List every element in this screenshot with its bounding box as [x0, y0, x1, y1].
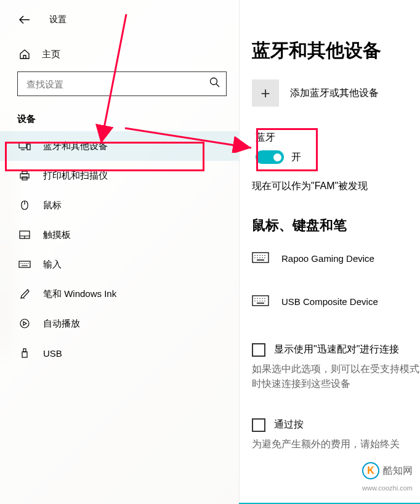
pen-icon [18, 288, 31, 300]
toggle-state: 开 [291, 151, 301, 164]
printer-icon [18, 169, 31, 182]
svg-rect-3 [20, 174, 29, 178]
add-device-label: 添加蓝牙或其他设备 [290, 87, 379, 100]
plus-icon: + [252, 79, 279, 107]
sidebar-item-mouse[interactable]: 鼠标 [0, 190, 239, 220]
sidebar-item-touchpad[interactable]: 触摸板 [0, 220, 239, 250]
checkbox-description: 如果选中此选项，则可以在受支持模式时快速连接到这些设备 [252, 362, 420, 391]
checkbox-description: 为避免产生额外的费用，请始终关 [252, 437, 420, 452]
checkbox-label: 通过按 [274, 418, 304, 431]
svg-point-9 [20, 319, 29, 328]
svg-point-0 [211, 78, 217, 85]
autoplay-icon [18, 317, 31, 330]
watermark: K 酷知网 [362, 462, 413, 479]
sidebar-item-pen[interactable]: 笔和 Windows Ink [0, 279, 239, 309]
sidebar-item-label: 输入 [43, 259, 62, 270]
home-icon [18, 48, 31, 60]
bluetooth-status: 现在可以作为"FAM"被发现 [252, 180, 420, 193]
sidebar-item-typing[interactable]: 输入 [0, 250, 239, 279]
svg-rect-1 [19, 142, 26, 148]
watermark-text: 酷知网 [383, 465, 413, 478]
search-input[interactable] [17, 71, 227, 96]
device-item[interactable]: Rapoo Gaming Device [252, 250, 420, 267]
app-title: 设置 [49, 14, 67, 25]
svg-rect-8 [19, 261, 30, 267]
metered-checkbox[interactable] [252, 418, 265, 432]
keyboard-icon [18, 258, 31, 270]
devices-section-title: 鼠标、键盘和笔 [252, 216, 420, 235]
watermark-url: www.coozhi.com [362, 484, 413, 492]
add-device-button[interactable]: + 添加蓝牙或其他设备 [252, 79, 420, 107]
back-button[interactable] [18, 14, 31, 26]
sidebar-item-label: 打印机和扫描仪 [43, 170, 108, 182]
sidebar-item-label: 蓝牙和其他设备 [43, 140, 108, 152]
svg-rect-10 [22, 352, 27, 357]
watermark-logo: K [362, 462, 379, 479]
touchpad-icon [18, 229, 31, 241]
page-title: 蓝牙和其他设备 [252, 0, 420, 79]
device-item[interactable]: USB Composite Device [252, 293, 420, 310]
bluetooth-toggle[interactable] [256, 150, 284, 164]
usb-icon [18, 347, 31, 359]
keyboard-device-icon [252, 295, 269, 307]
sidebar-item-label: 自动播放 [43, 318, 80, 330]
home-link[interactable]: 主页 [0, 38, 239, 70]
category-label: 设备 [0, 96, 239, 131]
sidebar-item-bluetooth[interactable]: 蓝牙和其他设备 [0, 131, 239, 161]
home-label: 主页 [42, 49, 60, 60]
keyboard-device-icon [252, 252, 269, 264]
sidebar-item-label: 触摸板 [43, 229, 71, 241]
sidebar-item-label: 鼠标 [43, 200, 62, 211]
sidebar-item-label: USB [43, 348, 62, 359]
svg-rect-4 [22, 171, 27, 174]
devices-icon [18, 140, 31, 152]
device-name: USB Composite Device [281, 296, 378, 307]
svg-rect-2 [27, 144, 30, 150]
sidebar-item-usb[interactable]: USB [0, 338, 239, 368]
device-name: Rapoo Gaming Device [281, 253, 374, 264]
mouse-icon [18, 199, 31, 211]
search-icon [209, 77, 220, 91]
swift-pair-checkbox[interactable] [252, 343, 265, 357]
sidebar-item-label: 笔和 Windows Ink [43, 288, 116, 300]
bluetooth-label: 蓝牙 [256, 131, 310, 144]
svg-rect-11 [23, 349, 26, 352]
checkbox-label: 显示使用"迅速配对"进行连接 [274, 343, 399, 356]
sidebar-item-autoplay[interactable]: 自动播放 [0, 309, 239, 338]
sidebar-item-printers[interactable]: 打印机和扫描仪 [0, 161, 239, 190]
